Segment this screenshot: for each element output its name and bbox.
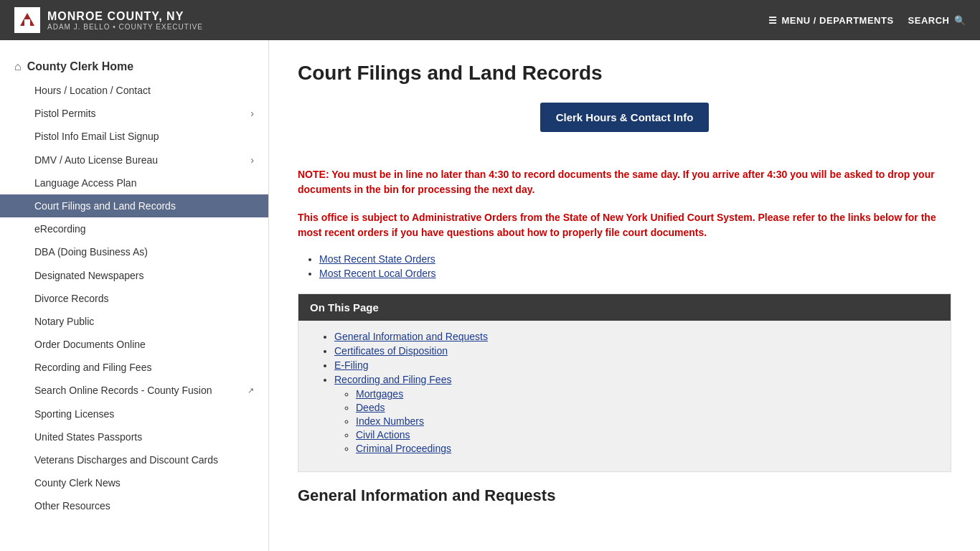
- state-orders-link[interactable]: Most Recent State Orders: [319, 253, 435, 265]
- home-icon: ⌂: [14, 60, 22, 73]
- sidebar-item-news[interactable]: County Clerk News: [0, 471, 268, 494]
- mortgages-link[interactable]: Mortgages: [356, 388, 403, 400]
- list-item: Deeds: [356, 402, 936, 413]
- county-logo: [14, 7, 40, 33]
- list-item: Most Recent State Orders: [319, 253, 951, 265]
- sidebar-item-order-docs[interactable]: Order Documents Online: [0, 333, 268, 356]
- sidebar-item-pistol-email[interactable]: Pistol Info Email List Signup: [0, 125, 268, 148]
- on-this-page-box: On This Page General Information and Req…: [298, 293, 951, 472]
- sidebar-item-sporting[interactable]: Sporting Licenses: [0, 402, 268, 425]
- sidebar-item-other[interactable]: Other Resources: [0, 494, 268, 517]
- sidebar-item-label: Pistol Info Email List Signup: [34, 130, 159, 143]
- sidebar-item-label: Recording and Filing Fees: [34, 361, 151, 374]
- efiling-link[interactable]: E-Filing: [334, 359, 368, 371]
- civil-actions-link[interactable]: Civil Actions: [356, 429, 410, 441]
- sidebar-item-dba[interactable]: DBA (Doing Business As): [0, 240, 268, 263]
- svg-rect-2: [24, 19, 30, 26]
- sidebar-item-notary[interactable]: Notary Public: [0, 310, 268, 333]
- sidebar-item-label: Divorce Records: [34, 292, 108, 305]
- sidebar-item-label: DBA (Doing Business As): [34, 245, 148, 258]
- note-1-text: NOTE: You must be in line no later than …: [298, 167, 951, 197]
- recording-sub-list: Mortgages Deeds Index Numbers Civil Acti…: [334, 388, 936, 454]
- deeds-link[interactable]: Deeds: [356, 402, 385, 413]
- recording-fees-link[interactable]: Recording and Filing Fees: [334, 374, 451, 385]
- sidebar-item-label: Hours / Location / Contact: [34, 84, 151, 97]
- sidebar-item-hours[interactable]: Hours / Location / Contact: [0, 79, 268, 102]
- list-item: Index Numbers: [356, 415, 936, 427]
- county-exec: ADAM J. BELLO • COUNTY EXECUTIVE: [47, 23, 203, 31]
- list-item: Mortgages: [356, 388, 936, 400]
- sidebar-item-divorce[interactable]: Divorce Records: [0, 287, 268, 310]
- note-box-2: This office is subject to Administrative…: [298, 210, 951, 240]
- sidebar-item-veterans[interactable]: Veterans Discharges and Discount Cards: [0, 448, 268, 471]
- list-item: Certificates of Disposition: [334, 345, 936, 357]
- page-title: Court Filings and Land Records: [298, 62, 951, 85]
- sidebar-item-language-access[interactable]: Language Access Plan: [0, 171, 268, 194]
- sidebar-item-label: Other Resources: [34, 499, 110, 512]
- certificates-link[interactable]: Certificates of Disposition: [334, 345, 448, 357]
- sidebar-item-recording-fees[interactable]: Recording and Filing Fees: [0, 356, 268, 379]
- external-link-icon: ↗: [248, 385, 254, 395]
- list-item: Recording and Filing Fees Mortgages Deed…: [334, 374, 936, 454]
- sidebar-item-newspapers[interactable]: Designated Newspapers: [0, 264, 268, 287]
- on-this-page-list: General Information and Requests Certifi…: [313, 331, 936, 454]
- sidebar-item-label: Order Documents Online: [34, 338, 146, 351]
- sidebar: ⌂ County Clerk Home Hours / Location / C…: [0, 40, 269, 551]
- on-this-page-content: General Information and Requests Certifi…: [298, 321, 951, 471]
- sidebar-item-search-online[interactable]: Search Online Records - County Fusion↗: [0, 379, 268, 402]
- sidebar-item-label: Court Filings and Land Records: [34, 199, 176, 212]
- list-item: E-Filing: [334, 359, 936, 371]
- chevron-right-icon: ›: [250, 154, 254, 166]
- chevron-right-icon: ›: [250, 107, 254, 120]
- sidebar-item-label: Designated Newspapers: [34, 269, 144, 282]
- general-info-link[interactable]: General Information and Requests: [334, 331, 488, 342]
- sidebar-item-label: Veterans Discharges and Discount Cards: [34, 453, 218, 466]
- header: MONROE COUNTY, NY ADAM J. BELLO • COUNTY…: [0, 0, 980, 40]
- sidebar-item-label: United States Passports: [34, 430, 142, 443]
- sidebar-item-label: eRecording: [34, 222, 86, 235]
- search-icon: 🔍: [954, 15, 966, 26]
- note-2-text: This office is subject to Administrative…: [298, 210, 951, 240]
- list-item: Civil Actions: [356, 429, 936, 441]
- county-title: MONROE COUNTY, NY ADAM J. BELLO • COUNTY…: [47, 10, 203, 31]
- sidebar-item-erecording[interactable]: eRecording: [0, 217, 268, 240]
- list-item: Criminal Proceedings: [356, 443, 936, 454]
- list-item: Most Recent Local Orders: [319, 268, 951, 279]
- general-info-section-title: General Information and Requests: [298, 486, 951, 505]
- hamburger-icon: ☰: [768, 15, 778, 26]
- search-button[interactable]: SEARCH 🔍: [908, 15, 966, 26]
- menu-button[interactable]: ☰ MENU / DEPARTMENTS: [768, 15, 894, 26]
- index-numbers-link[interactable]: Index Numbers: [356, 415, 424, 427]
- sidebar-item-label: Pistol Permits: [34, 107, 96, 120]
- sidebar-items: Hours / Location / ContactPistol Permits…: [0, 79, 268, 518]
- layout: ⌂ County Clerk Home Hours / Location / C…: [0, 40, 980, 551]
- note-box-1: NOTE: You must be in line no later than …: [298, 167, 951, 197]
- orders-link-list: Most Recent State Orders Most Recent Loc…: [298, 253, 951, 279]
- sidebar-item-pistol-permits[interactable]: Pistol Permits›: [0, 102, 268, 125]
- sidebar-item-court-filings[interactable]: Court Filings and Land Records: [0, 194, 268, 217]
- contact-button[interactable]: Clerk Hours & Contact Info: [540, 103, 710, 132]
- sidebar-item-label: Language Access Plan: [34, 176, 136, 189]
- sidebar-item-dmv[interactable]: DMV / Auto License Bureau›: [0, 149, 268, 171]
- on-this-page-header: On This Page: [298, 294, 951, 321]
- county-name: MONROE COUNTY, NY: [47, 10, 203, 23]
- list-item: General Information and Requests: [334, 331, 936, 342]
- sidebar-item-passports[interactable]: United States Passports: [0, 425, 268, 448]
- sidebar-item-label: County Clerk News: [34, 476, 121, 489]
- main-content: Court Filings and Land Records Clerk Hou…: [269, 40, 980, 551]
- sidebar-item-label: Search Online Records - County Fusion: [34, 384, 212, 397]
- local-orders-link[interactable]: Most Recent Local Orders: [319, 268, 436, 279]
- criminal-proceedings-link[interactable]: Criminal Proceedings: [356, 443, 451, 454]
- header-left: MONROE COUNTY, NY ADAM J. BELLO • COUNTY…: [14, 7, 203, 33]
- sidebar-item-label: DMV / Auto License Bureau: [34, 154, 158, 166]
- sidebar-item-label: Notary Public: [34, 315, 94, 328]
- sidebar-home-link[interactable]: ⌂ County Clerk Home: [0, 55, 268, 79]
- header-right: ☰ MENU / DEPARTMENTS SEARCH 🔍: [768, 15, 966, 26]
- sidebar-item-label: Sporting Licenses: [34, 408, 114, 420]
